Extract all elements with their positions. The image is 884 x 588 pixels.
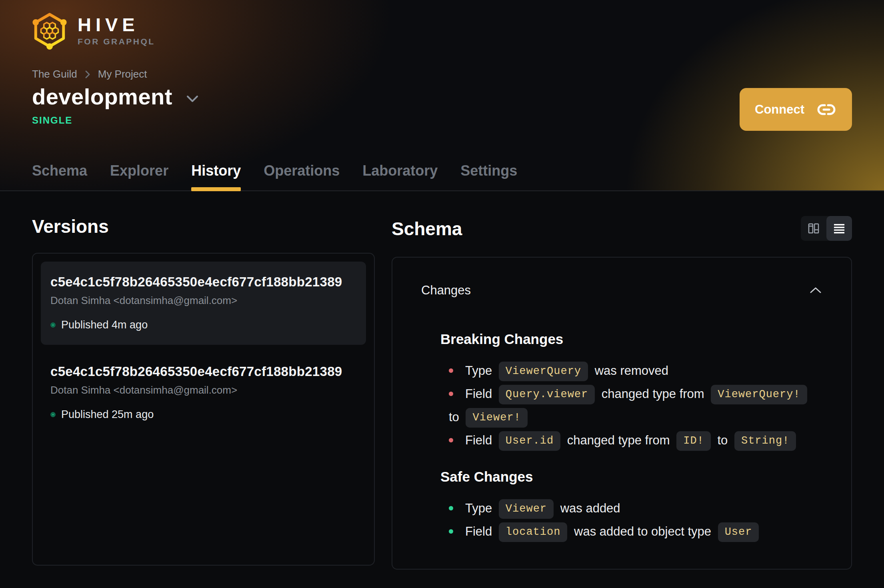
- published-status-dot: [50, 412, 56, 417]
- version-hash: c5e4c1c5f78b26465350e4ecf677cf188bb21389: [50, 364, 356, 379]
- schema-column: Schema: [392, 216, 852, 566]
- breaking-bullet-icon: [449, 368, 453, 373]
- nowrap-group: to Viewer!: [449, 410, 531, 424]
- change-item: Type ViewerQuery was removed: [440, 359, 822, 382]
- change-item: Field location was added to object type …: [440, 520, 822, 543]
- changes-body: Breaking ChangesType ViewerQuery was rem…: [440, 331, 822, 543]
- code-chip: ViewerQuery: [499, 362, 588, 381]
- tab-settings[interactable]: Settings: [460, 162, 517, 191]
- tab-explorer[interactable]: Explorer: [110, 162, 168, 191]
- chevron-up-icon: [809, 286, 822, 295]
- breaking-change-list: Type ViewerQuery was removedField Query.…: [440, 359, 822, 452]
- tab-history[interactable]: History: [191, 162, 241, 191]
- safe-changes-section: Safe ChangesType Viewer was addedField l…: [440, 469, 822, 543]
- version-card[interactable]: c5e4c1c5f78b26465350e4ecf677cf188bb21389…: [41, 262, 366, 345]
- code-chip: location: [499, 522, 568, 542]
- tab-schema[interactable]: Schema: [32, 162, 87, 191]
- version-author: Dotan Simha <dotansimha@gmail.com>: [50, 384, 356, 396]
- connect-button-label: Connect: [755, 102, 804, 117]
- tab-bar: SchemaExplorerHistoryOperationsLaborator…: [32, 162, 517, 191]
- brand-name: HIVE: [78, 15, 155, 34]
- code-chip: Viewer: [499, 499, 554, 519]
- connect-button[interactable]: Connect: [740, 88, 852, 131]
- code-chip: Query.viewer: [499, 385, 595, 404]
- split-view-icon: [807, 222, 820, 235]
- breadcrumb-project[interactable]: My Project: [98, 68, 147, 80]
- code-chip: String!: [734, 431, 796, 451]
- app-header: HIVE FOR GRAPHQL The Guild My Project de…: [0, 0, 884, 191]
- chevron-down-icon[interactable]: [184, 93, 200, 104]
- version-hash: c5e4c1c5f78b26465350e4ecf677cf188bb21389: [50, 274, 356, 290]
- version-status-text: Published 25m ago: [61, 408, 154, 421]
- code-chip: User.id: [499, 431, 560, 451]
- version-card[interactable]: c5e4c1c5f78b26465350e4ecf677cf188bb21389…: [41, 351, 366, 434]
- safe-bullet-icon: [449, 529, 453, 534]
- tab-operations[interactable]: Operations: [264, 162, 340, 191]
- versions-heading: Versions: [32, 216, 375, 237]
- list-view-button[interactable]: [826, 216, 852, 241]
- brand-tagline: FOR GRAPHQL: [78, 37, 155, 46]
- hive-logo[interactable]: HIVE FOR GRAPHQL: [32, 11, 155, 50]
- view-mode-toggle: [801, 216, 852, 241]
- version-status-text: Published 4m ago: [61, 319, 148, 331]
- target-title-row: development: [32, 84, 852, 109]
- breaking-changes-heading: Breaking Changes: [440, 331, 822, 347]
- chevron-right-icon: [84, 69, 92, 80]
- version-status-row: Published 25m ago: [50, 408, 356, 421]
- safe-change-list: Type Viewer was addedField location was …: [440, 497, 822, 543]
- safe-bullet-icon: [449, 506, 453, 510]
- version-author: Dotan Simha <dotansimha@gmail.com>: [50, 294, 356, 307]
- breaking-changes-section: Breaking ChangesType ViewerQuery was rem…: [440, 331, 822, 452]
- versions-column: Versions c5e4c1c5f78b26465350e4ecf677cf1…: [32, 216, 375, 566]
- change-item: Field User.id changed type from ID! to S…: [440, 429, 822, 452]
- hive-hexagon-logo-icon: [32, 11, 67, 50]
- schema-head-row: Schema: [392, 218, 852, 241]
- breaking-bullet-icon: [449, 392, 453, 396]
- main-content: Versions c5e4c1c5f78b26465350e4ecf677cf1…: [0, 191, 884, 588]
- link-icon: [816, 100, 837, 119]
- brand-text: HIVE FOR GRAPHQL: [78, 15, 155, 46]
- code-chip: ViewerQuery!: [711, 385, 807, 404]
- tab-laboratory[interactable]: Laboratory: [362, 162, 438, 191]
- breaking-bullet-icon: [449, 438, 453, 442]
- version-status-row: Published 4m ago: [50, 319, 356, 331]
- changes-collapse-header[interactable]: Changes: [421, 283, 822, 298]
- split-view-button[interactable]: [801, 216, 826, 241]
- changes-title: Changes: [421, 283, 471, 298]
- code-chip: Viewer!: [466, 408, 527, 428]
- code-chip: User: [718, 522, 759, 542]
- breadcrumb-org[interactable]: The Guild: [32, 68, 77, 80]
- safe-changes-heading: Safe Changes: [440, 469, 822, 485]
- schema-heading: Schema: [392, 218, 462, 239]
- target-type-badge: SINGLE: [32, 115, 72, 126]
- changes-panel: Changes Breaking ChangesType ViewerQuery…: [392, 257, 852, 570]
- versions-panel: c5e4c1c5f78b26465350e4ecf677cf188bb21389…: [32, 253, 375, 566]
- published-status-dot: [50, 322, 56, 328]
- page-title: development: [32, 84, 172, 109]
- list-view-icon: [832, 222, 846, 235]
- code-chip: ID!: [676, 431, 711, 451]
- change-item: Type Viewer was added: [440, 497, 822, 520]
- breadcrumb: The Guild My Project: [32, 68, 852, 80]
- change-item: Field Query.viewer changed type from Vie…: [440, 382, 822, 429]
